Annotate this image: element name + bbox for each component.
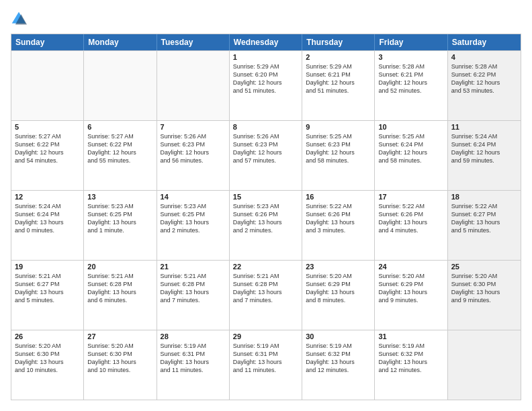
cell-info: Sunrise: 5:21 AM Sunset: 6:28 PM Dayligh… xyxy=(233,272,298,305)
calendar-header: SundayMondayTuesdayWednesdayThursdayFrid… xyxy=(11,34,521,50)
day-number: 21 xyxy=(161,263,226,271)
day-number: 22 xyxy=(233,263,298,271)
calendar-cell: 25Sunrise: 5:20 AM Sunset: 6:30 PM Dayli… xyxy=(448,261,521,330)
calendar-cell: 21Sunrise: 5:21 AM Sunset: 6:28 PM Dayli… xyxy=(157,261,230,330)
calendar-cell: 27Sunrise: 5:20 AM Sunset: 6:30 PM Dayli… xyxy=(84,330,157,400)
logo-icon xyxy=(11,11,27,27)
calendar-cell: 16Sunrise: 5:22 AM Sunset: 6:26 PM Dayli… xyxy=(302,191,375,260)
cell-info: Sunrise: 5:26 AM Sunset: 6:23 PM Dayligh… xyxy=(161,132,226,165)
calendar-cell xyxy=(448,330,521,400)
cell-info: Sunrise: 5:19 AM Sunset: 6:31 PM Dayligh… xyxy=(161,342,226,375)
calendar-cell: 29Sunrise: 5:19 AM Sunset: 6:31 PM Dayli… xyxy=(230,330,302,400)
day-number: 6 xyxy=(87,123,152,131)
calendar-cell xyxy=(84,51,157,120)
cell-info: Sunrise: 5:21 AM Sunset: 6:27 PM Dayligh… xyxy=(15,272,80,305)
calendar-cell: 4Sunrise: 5:28 AM Sunset: 6:22 PM Daylig… xyxy=(448,51,521,120)
calendar-cell: 2Sunrise: 5:29 AM Sunset: 6:21 PM Daylig… xyxy=(302,51,375,120)
day-header-saturday: Saturday xyxy=(448,34,521,50)
calendar-cell: 14Sunrise: 5:23 AM Sunset: 6:25 PM Dayli… xyxy=(157,191,230,260)
calendar-cell: 31Sunrise: 5:19 AM Sunset: 6:32 PM Dayli… xyxy=(375,330,447,400)
calendar-cell: 1Sunrise: 5:29 AM Sunset: 6:20 PM Daylig… xyxy=(230,51,302,120)
cell-info: Sunrise: 5:27 AM Sunset: 6:22 PM Dayligh… xyxy=(15,132,80,165)
day-header-friday: Friday xyxy=(375,34,447,50)
cell-info: Sunrise: 5:27 AM Sunset: 6:22 PM Dayligh… xyxy=(87,132,152,165)
day-number: 25 xyxy=(451,263,517,271)
calendar-row-1: 1Sunrise: 5:29 AM Sunset: 6:20 PM Daylig… xyxy=(11,50,521,120)
calendar: SundayMondayTuesdayWednesdayThursdayFrid… xyxy=(11,34,521,400)
day-number: 1 xyxy=(233,53,298,61)
day-number: 7 xyxy=(161,123,226,131)
calendar-cell: 15Sunrise: 5:23 AM Sunset: 6:26 PM Dayli… xyxy=(230,191,302,260)
cell-info: Sunrise: 5:20 AM Sunset: 6:29 PM Dayligh… xyxy=(306,272,371,305)
cell-info: Sunrise: 5:25 AM Sunset: 6:23 PM Dayligh… xyxy=(306,132,371,165)
cell-info: Sunrise: 5:23 AM Sunset: 6:25 PM Dayligh… xyxy=(87,202,152,235)
calendar-cell: 22Sunrise: 5:21 AM Sunset: 6:28 PM Dayli… xyxy=(230,261,302,330)
cell-info: Sunrise: 5:21 AM Sunset: 6:28 PM Dayligh… xyxy=(87,272,152,305)
calendar-row-3: 12Sunrise: 5:24 AM Sunset: 6:24 PM Dayli… xyxy=(11,190,521,260)
cell-info: Sunrise: 5:28 AM Sunset: 6:21 PM Dayligh… xyxy=(378,62,443,95)
cell-info: Sunrise: 5:22 AM Sunset: 6:27 PM Dayligh… xyxy=(451,202,517,235)
logo xyxy=(11,11,30,27)
cell-info: Sunrise: 5:22 AM Sunset: 6:26 PM Dayligh… xyxy=(378,202,443,235)
calendar-cell: 18Sunrise: 5:22 AM Sunset: 6:27 PM Dayli… xyxy=(448,191,521,260)
calendar-cell: 3Sunrise: 5:28 AM Sunset: 6:21 PM Daylig… xyxy=(375,51,447,120)
cell-info: Sunrise: 5:19 AM Sunset: 6:31 PM Dayligh… xyxy=(233,342,298,375)
day-number: 18 xyxy=(451,193,517,201)
cell-info: Sunrise: 5:28 AM Sunset: 6:22 PM Dayligh… xyxy=(451,62,517,95)
day-number: 30 xyxy=(306,332,371,340)
calendar-cell: 24Sunrise: 5:20 AM Sunset: 6:29 PM Dayli… xyxy=(375,261,447,330)
day-header-tuesday: Tuesday xyxy=(157,34,230,50)
day-number: 13 xyxy=(87,193,152,201)
calendar-cell: 7Sunrise: 5:26 AM Sunset: 6:23 PM Daylig… xyxy=(157,121,230,190)
day-number: 29 xyxy=(233,332,298,340)
calendar-cell: 9Sunrise: 5:25 AM Sunset: 6:23 PM Daylig… xyxy=(302,121,375,190)
cell-info: Sunrise: 5:26 AM Sunset: 6:23 PM Dayligh… xyxy=(233,132,298,165)
calendar-cell xyxy=(11,51,84,120)
cell-info: Sunrise: 5:20 AM Sunset: 6:30 PM Dayligh… xyxy=(15,342,80,375)
calendar-cell: 20Sunrise: 5:21 AM Sunset: 6:28 PM Dayli… xyxy=(84,261,157,330)
calendar-cell: 8Sunrise: 5:26 AM Sunset: 6:23 PM Daylig… xyxy=(230,121,302,190)
day-header-sunday: Sunday xyxy=(11,34,84,50)
calendar-cell: 26Sunrise: 5:20 AM Sunset: 6:30 PM Dayli… xyxy=(11,330,84,400)
calendar-cell: 10Sunrise: 5:25 AM Sunset: 6:24 PM Dayli… xyxy=(375,121,447,190)
calendar-body: 1Sunrise: 5:29 AM Sunset: 6:20 PM Daylig… xyxy=(11,50,521,400)
day-number: 11 xyxy=(451,123,517,131)
cell-info: Sunrise: 5:22 AM Sunset: 6:26 PM Dayligh… xyxy=(306,202,371,235)
calendar-row-4: 19Sunrise: 5:21 AM Sunset: 6:27 PM Dayli… xyxy=(11,260,521,330)
day-header-wednesday: Wednesday xyxy=(230,34,302,50)
day-number: 10 xyxy=(378,123,443,131)
header xyxy=(11,11,521,27)
day-number: 12 xyxy=(15,193,80,201)
calendar-cell: 23Sunrise: 5:20 AM Sunset: 6:29 PM Dayli… xyxy=(302,261,375,330)
day-number: 9 xyxy=(306,123,371,131)
day-number: 8 xyxy=(233,123,298,131)
cell-info: Sunrise: 5:23 AM Sunset: 6:25 PM Dayligh… xyxy=(161,202,226,235)
day-number: 23 xyxy=(306,263,371,271)
cell-info: Sunrise: 5:20 AM Sunset: 6:30 PM Dayligh… xyxy=(87,342,152,375)
day-number: 20 xyxy=(87,263,152,271)
day-number: 19 xyxy=(15,263,80,271)
day-number: 16 xyxy=(306,193,371,201)
cell-info: Sunrise: 5:19 AM Sunset: 6:32 PM Dayligh… xyxy=(306,342,371,375)
day-number: 2 xyxy=(306,53,371,61)
cell-info: Sunrise: 5:20 AM Sunset: 6:30 PM Dayligh… xyxy=(451,272,517,305)
cell-info: Sunrise: 5:24 AM Sunset: 6:24 PM Dayligh… xyxy=(15,202,80,235)
cell-info: Sunrise: 5:21 AM Sunset: 6:28 PM Dayligh… xyxy=(161,272,226,305)
calendar-cell: 28Sunrise: 5:19 AM Sunset: 6:31 PM Dayli… xyxy=(157,330,230,400)
day-number: 24 xyxy=(378,263,443,271)
day-number: 4 xyxy=(451,53,517,61)
calendar-cell: 6Sunrise: 5:27 AM Sunset: 6:22 PM Daylig… xyxy=(84,121,157,190)
day-number: 14 xyxy=(161,193,226,201)
day-header-thursday: Thursday xyxy=(302,34,375,50)
calendar-cell: 13Sunrise: 5:23 AM Sunset: 6:25 PM Dayli… xyxy=(84,191,157,260)
day-number: 31 xyxy=(378,332,443,340)
cell-info: Sunrise: 5:25 AM Sunset: 6:24 PM Dayligh… xyxy=(378,132,443,165)
calendar-cell: 12Sunrise: 5:24 AM Sunset: 6:24 PM Dayli… xyxy=(11,191,84,260)
day-number: 17 xyxy=(378,193,443,201)
calendar-cell: 5Sunrise: 5:27 AM Sunset: 6:22 PM Daylig… xyxy=(11,121,84,190)
day-number: 27 xyxy=(87,332,152,340)
cell-info: Sunrise: 5:20 AM Sunset: 6:29 PM Dayligh… xyxy=(378,272,443,305)
day-number: 28 xyxy=(161,332,226,340)
calendar-row-5: 26Sunrise: 5:20 AM Sunset: 6:30 PM Dayli… xyxy=(11,330,521,400)
cell-info: Sunrise: 5:19 AM Sunset: 6:32 PM Dayligh… xyxy=(378,342,443,375)
